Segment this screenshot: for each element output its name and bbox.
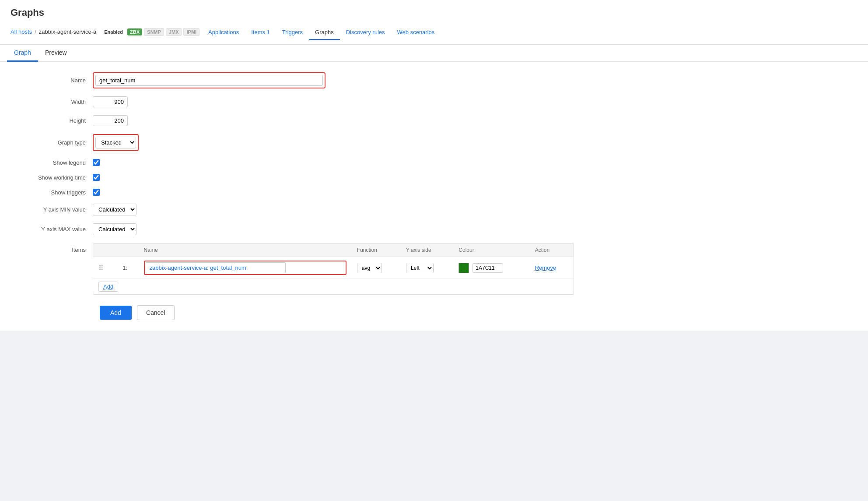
breadcrumb-separator: /: [35, 28, 36, 35]
badge-snmp: SNMP: [144, 28, 164, 36]
drag-handle-icon[interactable]: ⠿: [98, 264, 105, 272]
colour-input[interactable]: [472, 263, 503, 273]
y-axis-max-row: Y axis MAX value Calculated Fixed Item: [14, 223, 854, 235]
col-action: Action: [530, 243, 574, 257]
y-axis-side-select[interactable]: Left Right: [406, 263, 434, 273]
add-item-cell: Add: [93, 279, 574, 295]
tab-bar: Graph Preview: [0, 45, 868, 62]
show-triggers-row: Show triggers: [14, 189, 854, 196]
badge-ipmi: IPMI: [183, 28, 200, 36]
row-number: 1:: [122, 265, 127, 271]
nav-triggers[interactable]: Triggers: [276, 25, 309, 40]
cancel-button[interactable]: Cancel: [137, 305, 175, 320]
show-working-time-row: Show working time: [14, 174, 854, 181]
badge-zbx: ZBX: [127, 28, 142, 35]
col-function: Function: [352, 243, 401, 257]
tab-graph[interactable]: Graph: [7, 45, 38, 62]
show-legend-checkbox[interactable]: [93, 159, 100, 166]
colour-wrapper: [458, 263, 524, 273]
y-axis-min-select[interactable]: Calculated Fixed Item: [93, 204, 136, 215]
y-axis-side-cell: Left Right: [401, 257, 453, 279]
name-row: Name: [14, 72, 854, 88]
col-y-axis-side: Y axis side: [401, 243, 453, 257]
col-colour: Colour: [453, 243, 529, 257]
add-item-button[interactable]: Add: [98, 282, 118, 292]
show-working-time-label: Show working time: [14, 174, 93, 181]
show-working-time-checkbox[interactable]: [93, 174, 100, 181]
show-legend-label: Show legend: [14, 159, 93, 166]
item-name-cell: [139, 257, 352, 279]
host-status: Enabled ZBX SNMP JMX IPMI: [102, 28, 200, 36]
page-title: Graphs: [10, 7, 858, 18]
add-button[interactable]: Add: [100, 306, 132, 320]
nav-web[interactable]: Web scenarios: [391, 25, 441, 40]
graph-type-label: Graph type: [14, 139, 93, 146]
nav-graphs[interactable]: Graphs: [309, 25, 340, 40]
form-actions: Add Cancel: [14, 305, 854, 320]
page-header: Graphs All hosts / zabbix-agent-service-…: [0, 0, 868, 45]
name-input-wrapper: [93, 72, 326, 88]
item-name-input[interactable]: [146, 262, 286, 273]
badge-jmx: JMX: [166, 28, 182, 36]
y-axis-max-select[interactable]: Calculated Fixed Item: [93, 223, 136, 235]
height-input[interactable]: [93, 115, 128, 126]
colour-cell: [453, 257, 529, 279]
nav-items[interactable]: Items 1: [245, 25, 276, 40]
nav-applications[interactable]: Applications: [202, 25, 245, 40]
graph-type-wrapper: Normal Stacked Pie Exploded: [93, 134, 139, 151]
items-section: Items Name Function Y axis side Colour A…: [14, 243, 854, 295]
width-input[interactable]: [93, 96, 128, 107]
col-name: Name: [139, 243, 352, 257]
name-input[interactable]: [95, 75, 323, 86]
function-select[interactable]: min avg max all last: [357, 263, 382, 273]
show-legend-row: Show legend: [14, 159, 854, 166]
colour-swatch[interactable]: [458, 263, 469, 273]
item-name-wrapper: [144, 261, 346, 275]
badge-enabled: Enabled: [102, 28, 126, 35]
graph-type-row: Graph type Normal Stacked Pie Exploded: [14, 134, 854, 151]
y-axis-min-row: Y axis MIN value Calculated Fixed Item: [14, 204, 854, 215]
row-num-cell: 1:: [117, 257, 138, 279]
y-axis-min-label: Y axis MIN value: [14, 206, 93, 213]
graph-type-select[interactable]: Normal Stacked Pie Exploded: [95, 137, 136, 148]
items-table: Name Function Y axis side Colour Action …: [93, 243, 574, 294]
items-label: Items: [14, 243, 93, 253]
function-cell: min avg max all last: [352, 257, 401, 279]
height-row: Height: [14, 115, 854, 126]
form-area: Name Width Height Graph type Normal Stac…: [0, 62, 868, 331]
y-axis-max-label: Y axis MAX value: [14, 226, 93, 233]
nav-discovery[interactable]: Discovery rules: [340, 25, 391, 40]
width-row: Width: [14, 96, 854, 107]
col-drag: [93, 243, 117, 257]
tab-preview[interactable]: Preview: [38, 45, 74, 62]
breadcrumb: All hosts / zabbix-agent-service-a Enabl…: [10, 24, 858, 40]
add-item-row: Add: [93, 279, 574, 295]
remove-link[interactable]: Remove: [535, 265, 556, 271]
breadcrumb-all-hosts[interactable]: All hosts: [10, 28, 32, 35]
width-label: Width: [14, 99, 93, 105]
top-nav: Applications Items 1 Triggers Graphs Dis…: [202, 25, 441, 40]
items-table-wrapper: Name Function Y axis side Colour Action …: [93, 243, 574, 295]
show-triggers-checkbox[interactable]: [93, 189, 100, 196]
drag-handle-cell: ⠿: [93, 257, 117, 279]
content-area: Graph Preview Name Width Height Graph ty…: [0, 45, 868, 331]
show-triggers-label: Show triggers: [14, 189, 93, 196]
height-label: Height: [14, 117, 93, 124]
name-label: Name: [14, 77, 93, 84]
action-cell: Remove: [530, 257, 574, 279]
table-row: ⠿ 1: m: [93, 257, 574, 279]
breadcrumb-host: zabbix-agent-service-a: [39, 28, 97, 35]
col-num: [117, 243, 138, 257]
